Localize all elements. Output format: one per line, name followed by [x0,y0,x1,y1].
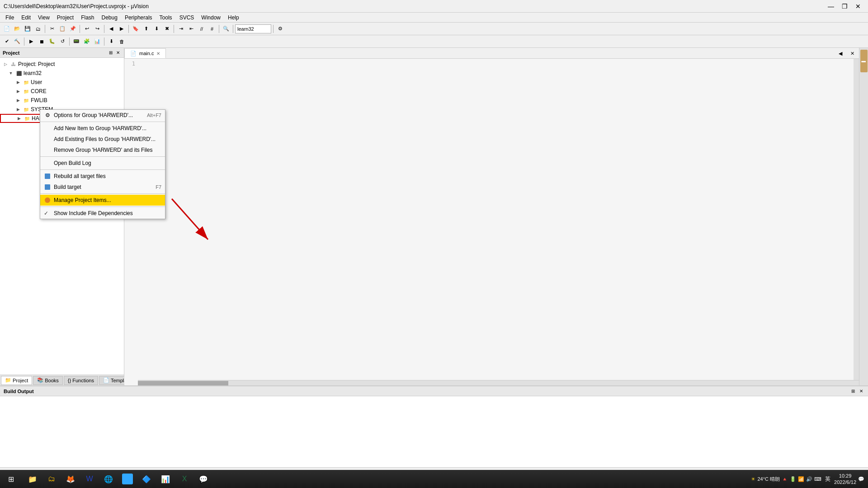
taskbar-foxit-btn[interactable]: 🦊 [61,471,80,487]
ctx-rebuild[interactable]: Rebuild all target files [40,171,165,182]
tab-list-btn[interactable]: ◀ [835,48,845,58]
menu-edit[interactable]: Edit [18,14,34,22]
taskbar: ⊞ 📁 🗂 🦊 W 🌐 Ps 🔷 📊 X 💬 [0,470,868,488]
comment-btn[interactable]: // [197,24,207,34]
uncomment-btn[interactable]: # [207,24,217,34]
panel-close-btn[interactable]: ✕ [115,50,121,56]
forward-btn[interactable]: ▶ [117,24,127,34]
ctx-open-build-log[interactable]: Open Build Log [40,158,165,169]
target-input[interactable]: learn32 [235,24,271,33]
translate-btn[interactable]: ✔ [2,37,12,47]
menu-file[interactable]: File [2,14,18,22]
minimize-button[interactable]: — [825,1,837,11]
tab-close-all-btn[interactable]: ✕ [847,48,857,58]
ctx-add-existing[interactable]: Add Existing Files to Group 'HARWERD'... [40,134,165,145]
next-bookmark-btn[interactable]: ⬇ [151,24,161,34]
stop-btn[interactable]: ⏹ [37,37,47,47]
editor-hscroll[interactable] [138,380,859,385]
ctx-show-deps[interactable]: ✓ Show Include File Dependencies [40,208,165,219]
debug-btn[interactable]: 🐛 [47,37,57,47]
tab-project[interactable]: 📁 Project [1,376,32,385]
notifications-icon[interactable]: 💬 [858,476,864,482]
menu-help[interactable]: Help [224,14,243,22]
tab-books[interactable]: 📚 Books [33,376,63,385]
menu-view[interactable]: View [34,14,53,22]
line-numbers: 1 [124,59,138,70]
unindent-btn[interactable]: ⇤ [186,24,196,34]
taskbar-start-btn[interactable]: ⊞ [0,470,22,488]
tree-root[interactable]: ▷ 🖧 Project: Project [0,60,124,69]
taskbar-filemanager-btn[interactable]: 🗂 [42,471,61,487]
taskbar-word-btn[interactable]: W [80,471,99,487]
taskbar-excel-btn[interactable]: X [175,471,193,487]
save-btn[interactable]: 💾 [23,24,33,34]
menu-flash[interactable]: Flash [77,14,98,22]
taskbar-explorer-btn[interactable]: 📁 [24,471,42,487]
tab-functions[interactable]: {} Functions [64,376,98,385]
build-output-float-btn[interactable]: ⊞ [850,388,856,394]
tree-fwlib[interactable]: ▶ 📁 FWLIB [0,96,124,105]
back-btn[interactable]: ◀ [106,24,116,34]
menu-svcs[interactable]: SVCS [176,14,198,22]
sidebar-right-btn[interactable]: ▐ [860,50,868,72]
ctx-manage[interactable]: Manage Project Items... [40,195,165,206]
compile-btn[interactable]: 🔨 [12,37,22,47]
ctx-manage-icon [44,197,51,204]
menu-peripherals[interactable]: Peripherals [121,14,156,22]
find-btn[interactable]: 🔍 [221,24,231,34]
ctx-options[interactable]: ⚙ Options for Group 'HARWERD'... Alt+F7 [40,110,165,121]
copy-btn[interactable]: 📋 [57,24,67,34]
save-all-btn[interactable]: 🗂 [33,24,43,34]
eventlist-btn[interactable]: 📊 [92,37,102,47]
close-button[interactable]: ✕ [852,1,864,11]
cut-btn[interactable]: ✂ [47,24,57,34]
volume-icon: 🔊 [806,476,812,482]
panel-float-btn[interactable]: ⊞ [108,50,114,56]
redo-btn[interactable]: ↪ [92,24,102,34]
run-btn[interactable]: ▶ [26,37,36,47]
taskbar-photoshop-btn[interactable]: Ps [118,471,137,487]
clear-bookmark-btn[interactable]: ✖ [162,24,172,34]
tab-main-c-close[interactable]: ✕ [156,51,160,56]
taskbar-vscode-btn[interactable]: 🔷 [137,471,156,487]
menu-window[interactable]: Window [198,14,224,22]
taskbar-wechat-btn[interactable]: 💬 [194,471,212,487]
bookmark-btn[interactable]: 🔖 [131,24,141,34]
taskbar-matlab-btn[interactable]: 📊 [156,471,175,487]
tab-books-label: Books [45,378,59,383]
erase-btn[interactable]: 🗑 [117,37,127,47]
tree-learn32[interactable]: ▼ ⬛ learn32 [0,69,124,78]
indent-btn[interactable]: ⇥ [176,24,186,34]
new-file-btn[interactable]: 📄 [2,24,12,34]
prev-bookmark-btn[interactable]: ⬆ [141,24,151,34]
menu-project[interactable]: Project [53,14,77,22]
open-btn[interactable]: 📂 [12,24,22,34]
ctx-add-new[interactable]: Add New Item to Group 'HARWERD'... [40,123,165,134]
menu-tools[interactable]: Tools [156,14,176,22]
system-expand-icon: ▶ [14,106,22,113]
components-btn[interactable]: 🧩 [82,37,92,47]
options-btn[interactable]: ⚙ [275,24,285,34]
tab-main-c[interactable]: 📄 main.c ✕ [124,48,166,58]
maximize-button[interactable]: ❐ [838,1,851,11]
taskbar-browser-btn[interactable]: 🌐 [99,471,118,487]
ctx-build[interactable]: Build target F7 [40,182,165,192]
build-output-content[interactable] [0,396,868,468]
root-icon: 🖧 [10,61,17,68]
menu-debug[interactable]: Debug [98,14,121,22]
ctx-build-icon [44,183,51,191]
hscroll-thumb[interactable] [138,381,228,385]
editor-vscroll[interactable] [854,59,859,380]
editor-content[interactable]: 1 [124,59,859,385]
tree-core[interactable]: ▶ 📁 CORE [0,87,124,96]
download-btn[interactable]: ⬇ [106,37,116,47]
weather-text: 24°C 晴朗 [757,476,780,483]
undo-btn[interactable]: ↩ [82,24,92,34]
reset-btn[interactable]: ↺ [57,37,67,47]
build-output-close-btn[interactable]: ✕ [858,388,864,394]
ctx-remove-group[interactable]: Remove Group 'HARWERD' and its Files [40,145,165,155]
paste-btn[interactable]: 📌 [68,24,78,34]
ctx-add-new-label: Add New Item to Group 'HARWERD'... [54,125,146,131]
peripherals-btn[interactable]: 📟 [71,37,81,47]
tree-user[interactable]: ▶ 📁 User [0,78,124,87]
